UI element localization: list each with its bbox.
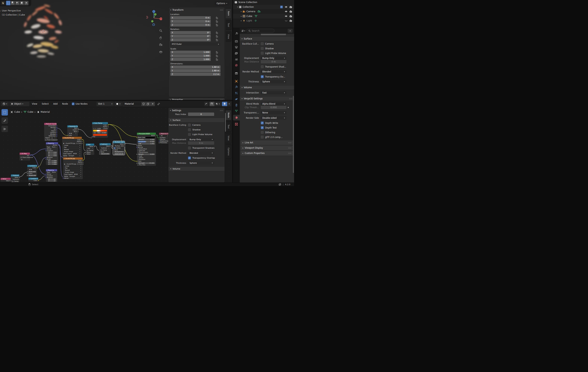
node-math-subtract-1[interactable]: ▾SubtractValueSubtract▾ClampValueValue0.… (99, 143, 111, 155)
socket-in[interactable] (63, 178, 64, 179)
select-invert-mode-button[interactable] (20, 1, 24, 5)
node-dropdown[interactable]: Straight▾ (69, 175, 82, 177)
use-nodes-toggle[interactable]: ✓Use Nodes (72, 103, 88, 105)
tab-item[interactable]: Item (226, 9, 231, 19)
search-input[interactable] (252, 30, 271, 32)
expander-chevron-right-icon[interactable]: ▸ (241, 11, 242, 12)
add-stop-button[interactable]: + (93, 128, 94, 130)
socket-out[interactable] (19, 177, 20, 178)
section-volume[interactable]: ▾Volume (240, 85, 294, 90)
node-dropdown[interactable]: Single Image▾ (64, 171, 82, 173)
preview-options-dropdown[interactable]: ▾ (227, 103, 231, 105)
panel-grip[interactable] (220, 9, 223, 11)
dropdown-blend-mode[interactable]: Alpha Blend▾ (261, 102, 286, 106)
panel-grip[interactable] (220, 99, 223, 100)
node-dropdown[interactable]: Linear▾ (63, 144, 81, 146)
transform-value-field[interactable]: X0 m (170, 16, 211, 19)
checkbox-unchecked[interactable] (12, 181, 13, 182)
section-volume[interactable]: ▾Volume (168, 166, 224, 171)
socket-in[interactable] (45, 148, 46, 150)
node-value-field[interactable]: Weight0.000 (138, 153, 155, 155)
options-button[interactable]: Options▾ (215, 1, 229, 5)
node-preview-toggle[interactable] (222, 102, 227, 106)
node-value-field[interactable]: Value0.800 (100, 153, 110, 155)
socket-in[interactable] (45, 157, 46, 158)
properties-tab-scene[interactable] (233, 56, 240, 62)
socket-in[interactable] (45, 174, 46, 175)
breadcrumb-material-name[interactable]: Material (41, 111, 50, 113)
lock-open-icon[interactable] (216, 58, 218, 61)
node-header[interactable]: ▾Material Outp (159, 133, 170, 135)
socket-in[interactable] (136, 163, 137, 164)
new-material-copy-button[interactable] (146, 102, 150, 106)
lock-open-icon[interactable] (216, 17, 218, 19)
node-header[interactable]: ▾Mapping (46, 169, 57, 171)
node-principled-bsdf[interactable]: ▾Principled BSDFBSDFBase ColorMetallic0.… (137, 132, 156, 166)
lock-open-icon[interactable] (216, 20, 218, 23)
properties-tab-data[interactable] (233, 108, 240, 114)
vector-value-field[interactable]: X0° (48, 179, 56, 180)
eye-icon[interactable] (285, 10, 287, 13)
lock-open-icon[interactable] (216, 39, 218, 41)
panel-title-settings[interactable]: ▾Settings (168, 108, 224, 112)
uv-map-field[interactable]: ▧ (21, 159, 29, 160)
properties-tab-render[interactable] (233, 39, 240, 44)
vector-value-field[interactable]: Z0 m (48, 155, 57, 156)
transform-value-field[interactable]: X1.000 (170, 51, 211, 54)
material-browse-dropdown[interactable]: ▾ (115, 102, 122, 106)
properties-tab-physics[interactable] (233, 96, 240, 102)
node-dropdown[interactable]: sRGB▾ (73, 174, 82, 175)
socket-out[interactable] (82, 162, 84, 163)
dropdown-render-method[interactable]: Blended▾ (188, 151, 214, 155)
shader-type-dropdown[interactable]: Object▾ (10, 102, 29, 106)
socket-in[interactable] (158, 139, 160, 140)
socket-out[interactable] (124, 143, 126, 145)
vector-value-field[interactable]: Z1.000 (48, 164, 57, 165)
checkbox-checked[interactable]: ✓ (188, 157, 191, 159)
image-name[interactable]: clouds256.jpg (66, 163, 77, 165)
checkbox-unchecked[interactable] (188, 133, 191, 136)
socket-in[interactable] (136, 137, 137, 138)
search-field[interactable] (247, 29, 274, 33)
socket-out[interactable] (56, 131, 57, 131)
socket-out[interactable] (82, 160, 84, 161)
node-dropdown[interactable]: Flat▾ (63, 147, 81, 148)
lock-open-icon[interactable] (216, 32, 218, 34)
socket-in[interactable] (158, 141, 160, 142)
socket-out[interactable] (56, 127, 57, 128)
lock-open-icon[interactable] (216, 24, 218, 26)
node-section-specular[interactable]: ▸Specular (137, 150, 156, 152)
node-dropdown[interactable]: Flat▾ (64, 167, 82, 169)
menu-view[interactable]: View (30, 103, 39, 105)
menu-select[interactable]: Select (40, 103, 51, 105)
expander-chevron-down-icon[interactable]: ▾ (237, 6, 238, 8)
section-surface[interactable]: ▾Surface (168, 118, 224, 122)
socket-out[interactable] (58, 145, 59, 146)
panel-grip[interactable] (288, 147, 291, 149)
color-ramp-gradient[interactable] (93, 130, 107, 131)
select-box-mode-button[interactable] (6, 1, 10, 5)
box-select-tool-button[interactable] (1, 109, 8, 116)
node-dropdown[interactable]: sRGB▾ (72, 153, 81, 154)
socket-out[interactable] (56, 125, 57, 126)
node-math-add[interactable]: ▾AddValueAdd▾ClampValueValue (85, 143, 94, 155)
node-color-ramp[interactable]: ▾Color RampColorAlpha+−▾RGB▾Linear▾2Pos0… (92, 122, 108, 138)
pin-icon[interactable] (157, 103, 160, 105)
socket-in[interactable] (85, 152, 86, 153)
node-header[interactable]: ▾Texture Coordinate (44, 123, 57, 125)
node-section-subsurface[interactable]: ▸Subsurface (137, 148, 156, 150)
snap-target-dropdown[interactable]: ▾ (214, 103, 221, 105)
node-header[interactable]: ▾Value (0, 178, 11, 180)
value-field-pass-index[interactable]: 0 (188, 112, 214, 116)
properties-tab-particles[interactable] (233, 90, 240, 96)
transform-value-field[interactable]: Y1.000 (170, 54, 211, 57)
outliner-row-scene-collection[interactable]: Scene Collection (233, 0, 294, 5)
socket-out[interactable] (56, 132, 57, 133)
transform-value-field[interactable]: Z0° (170, 38, 211, 41)
tab-view[interactable]: View (226, 32, 231, 42)
fake-user-shield-button[interactable] (141, 102, 146, 106)
socket-in[interactable] (136, 147, 137, 148)
node-section-emission[interactable]: ▾Emission (137, 159, 156, 160)
vector-value-field[interactable]: X0 m (48, 152, 57, 153)
node-section-transmission[interactable]: ▾Transmission (137, 152, 156, 153)
